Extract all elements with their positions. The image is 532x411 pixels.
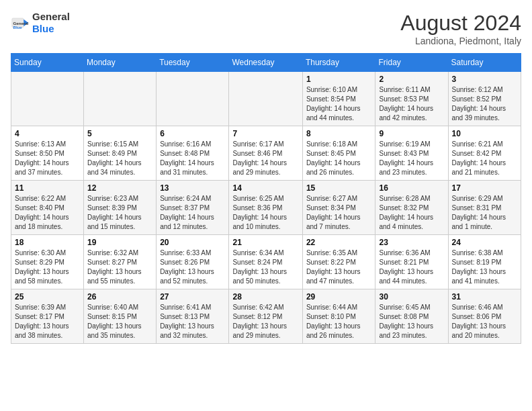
day-number: 31 (452, 292, 518, 302)
day-number: 22 (306, 238, 372, 247)
day-number: 16 (379, 183, 444, 193)
calendar-day-cell (11, 72, 84, 126)
day-info: Sunrise: 6:13 AM Sunset: 8:50 PM Dayligh… (15, 140, 80, 177)
day-info: Sunrise: 6:29 AM Sunset: 8:31 PM Dayligh… (452, 194, 518, 232)
day-info: Sunrise: 6:25 AM Sunset: 8:36 PM Dayligh… (232, 194, 298, 232)
calendar-day-cell: 14Sunrise: 6:25 AM Sunset: 8:36 PM Dayli… (229, 181, 302, 235)
day-number: 25 (15, 292, 80, 302)
day-header: Monday (84, 54, 157, 72)
day-number: 18 (15, 238, 80, 247)
day-number: 27 (160, 292, 225, 302)
day-number: 12 (87, 183, 152, 193)
day-info: Sunrise: 6:10 AM Sunset: 8:54 PM Dayligh… (306, 85, 372, 123)
calendar-day-cell: 8Sunrise: 6:18 AM Sunset: 8:45 PM Daylig… (302, 126, 375, 181)
day-info: Sunrise: 6:19 AM Sunset: 8:43 PM Dayligh… (379, 140, 444, 177)
calendar-day-cell: 2Sunrise: 6:11 AM Sunset: 8:53 PM Daylig… (375, 72, 448, 126)
day-header: Wednesday (229, 54, 302, 72)
day-info: Sunrise: 6:36 AM Sunset: 8:21 PM Dayligh… (379, 248, 444, 286)
calendar-day-cell: 9Sunrise: 6:19 AM Sunset: 8:43 PM Daylig… (375, 126, 448, 181)
day-number: 30 (379, 292, 444, 302)
location: Landiona, Piedmont, Italy (400, 36, 521, 46)
calendar-day-cell: 26Sunrise: 6:40 AM Sunset: 8:15 PM Dayli… (84, 289, 157, 344)
calendar-day-cell: 22Sunrise: 6:35 AM Sunset: 8:22 PM Dayli… (302, 235, 375, 289)
day-header: Friday (375, 54, 448, 72)
calendar-day-cell: 19Sunrise: 6:32 AM Sunset: 8:27 PM Dayli… (84, 235, 157, 289)
calendar-week-row: 4Sunrise: 6:13 AM Sunset: 8:50 PM Daylig… (11, 126, 521, 181)
day-info: Sunrise: 6:23 AM Sunset: 8:39 PM Dayligh… (87, 194, 152, 232)
calendar-day-cell (84, 72, 157, 126)
day-number: 15 (306, 183, 372, 193)
calendar-day-cell: 12Sunrise: 6:23 AM Sunset: 8:39 PM Dayli… (84, 181, 157, 235)
calendar-day-cell: 18Sunrise: 6:30 AM Sunset: 8:29 PM Dayli… (11, 235, 84, 289)
day-info: Sunrise: 6:34 AM Sunset: 8:24 PM Dayligh… (232, 248, 298, 286)
day-info: Sunrise: 6:41 AM Sunset: 8:13 PM Dayligh… (160, 303, 225, 340)
calendar-day-cell: 4Sunrise: 6:13 AM Sunset: 8:50 PM Daylig… (11, 126, 84, 181)
calendar-day-cell: 31Sunrise: 6:46 AM Sunset: 8:06 PM Dayli… (448, 289, 521, 344)
calendar-week-row: 1Sunrise: 6:10 AM Sunset: 8:54 PM Daylig… (11, 72, 521, 126)
calendar-day-cell: 10Sunrise: 6:21 AM Sunset: 8:42 PM Dayli… (448, 126, 521, 181)
day-header: Saturday (448, 54, 521, 72)
day-info: Sunrise: 6:11 AM Sunset: 8:53 PM Dayligh… (379, 85, 444, 123)
day-number: 24 (452, 238, 518, 247)
day-info: Sunrise: 6:38 AM Sunset: 8:19 PM Dayligh… (452, 248, 518, 286)
header: General Blue General Blue August 2024 La… (11, 11, 521, 46)
calendar-day-cell: 15Sunrise: 6:27 AM Sunset: 8:34 PM Dayli… (302, 181, 375, 235)
day-info: Sunrise: 6:24 AM Sunset: 8:37 PM Dayligh… (160, 194, 225, 232)
day-info: Sunrise: 6:45 AM Sunset: 8:08 PM Dayligh… (379, 303, 444, 340)
day-info: Sunrise: 6:35 AM Sunset: 8:22 PM Dayligh… (306, 248, 372, 286)
day-info: Sunrise: 6:18 AM Sunset: 8:45 PM Dayligh… (306, 140, 372, 177)
calendar-day-cell: 27Sunrise: 6:41 AM Sunset: 8:13 PM Dayli… (157, 289, 229, 344)
day-header: Tuesday (157, 54, 229, 72)
calendar-week-row: 25Sunrise: 6:39 AM Sunset: 8:17 PM Dayli… (11, 289, 521, 344)
day-number: 23 (379, 238, 444, 247)
logo-text: General Blue (32, 11, 70, 35)
day-info: Sunrise: 6:12 AM Sunset: 8:52 PM Dayligh… (452, 85, 518, 123)
day-info: Sunrise: 6:42 AM Sunset: 8:12 PM Dayligh… (232, 303, 298, 340)
day-info: Sunrise: 6:27 AM Sunset: 8:34 PM Dayligh… (306, 194, 372, 232)
day-number: 28 (232, 292, 298, 302)
calendar-body: 1Sunrise: 6:10 AM Sunset: 8:54 PM Daylig… (11, 72, 521, 344)
day-number: 13 (160, 183, 225, 193)
calendar-week-row: 11Sunrise: 6:22 AM Sunset: 8:40 PM Dayli… (11, 181, 521, 235)
calendar-day-cell: 1Sunrise: 6:10 AM Sunset: 8:54 PM Daylig… (302, 72, 375, 126)
calendar-day-cell: 20Sunrise: 6:33 AM Sunset: 8:26 PM Dayli… (157, 235, 229, 289)
day-number: 2 (379, 75, 444, 84)
calendar-day-cell: 13Sunrise: 6:24 AM Sunset: 8:37 PM Dayli… (157, 181, 229, 235)
calendar-day-cell: 5Sunrise: 6:15 AM Sunset: 8:49 PM Daylig… (84, 126, 157, 181)
calendar-week-row: 18Sunrise: 6:30 AM Sunset: 8:29 PM Dayli… (11, 235, 521, 289)
day-info: Sunrise: 6:21 AM Sunset: 8:42 PM Dayligh… (452, 140, 518, 177)
day-header: Thursday (302, 54, 375, 72)
day-number: 8 (306, 129, 372, 138)
calendar-day-cell: 7Sunrise: 6:17 AM Sunset: 8:46 PM Daylig… (229, 126, 302, 181)
calendar-day-cell: 21Sunrise: 6:34 AM Sunset: 8:24 PM Dayli… (229, 235, 302, 289)
day-number: 11 (15, 183, 80, 193)
calendar-day-cell: 30Sunrise: 6:45 AM Sunset: 8:08 PM Dayli… (375, 289, 448, 344)
calendar-day-cell: 24Sunrise: 6:38 AM Sunset: 8:19 PM Dayli… (448, 235, 521, 289)
day-info: Sunrise: 6:40 AM Sunset: 8:15 PM Dayligh… (87, 303, 152, 340)
day-number: 5 (87, 129, 152, 138)
day-number: 4 (15, 129, 80, 138)
calendar-day-cell: 16Sunrise: 6:28 AM Sunset: 8:32 PM Dayli… (375, 181, 448, 235)
calendar-day-cell (229, 72, 302, 126)
title-area: August 2024 Landiona, Piedmont, Italy (400, 11, 521, 46)
svg-text:Blue: Blue (13, 25, 23, 30)
day-number: 26 (87, 292, 152, 302)
day-number: 10 (452, 129, 518, 138)
day-info: Sunrise: 6:44 AM Sunset: 8:10 PM Dayligh… (306, 303, 372, 340)
logo-icon: General Blue (11, 13, 30, 32)
logo: General Blue General Blue (11, 11, 70, 35)
day-number: 3 (452, 75, 518, 84)
day-number: 7 (232, 129, 298, 138)
day-number: 19 (87, 238, 152, 247)
day-number: 20 (160, 238, 225, 247)
day-info: Sunrise: 6:46 AM Sunset: 8:06 PM Dayligh… (452, 303, 518, 340)
day-header: Sunday (11, 54, 84, 72)
calendar-day-cell: 17Sunrise: 6:29 AM Sunset: 8:31 PM Dayli… (448, 181, 521, 235)
calendar-table: SundayMondayTuesdayWednesdayThursdayFrid… (11, 53, 521, 344)
day-info: Sunrise: 6:15 AM Sunset: 8:49 PM Dayligh… (87, 140, 152, 177)
day-info: Sunrise: 6:39 AM Sunset: 8:17 PM Dayligh… (15, 303, 80, 340)
month-year: August 2024 (400, 11, 521, 36)
day-number: 14 (232, 183, 298, 193)
calendar-day-cell: 11Sunrise: 6:22 AM Sunset: 8:40 PM Dayli… (11, 181, 84, 235)
calendar-day-cell: 3Sunrise: 6:12 AM Sunset: 8:52 PM Daylig… (448, 72, 521, 126)
